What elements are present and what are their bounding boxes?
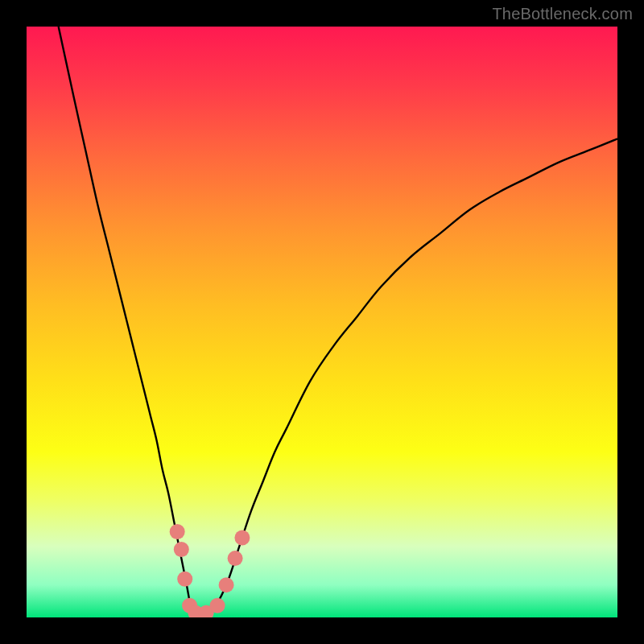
marker-group <box>170 524 250 617</box>
marker-point <box>234 530 250 545</box>
curve-right-branch <box>204 138 617 617</box>
marker-point <box>174 542 189 557</box>
marker-point <box>170 524 185 539</box>
watermark-text: TheBottleneck.com <box>492 5 633 23</box>
marker-point <box>177 572 192 587</box>
chart-frame: TheBottleneck.com <box>0 0 644 644</box>
marker-point <box>219 577 234 592</box>
curves-layer <box>27 27 617 617</box>
marker-point <box>228 551 243 566</box>
marker-point <box>210 598 225 613</box>
plot-area <box>27 27 617 617</box>
